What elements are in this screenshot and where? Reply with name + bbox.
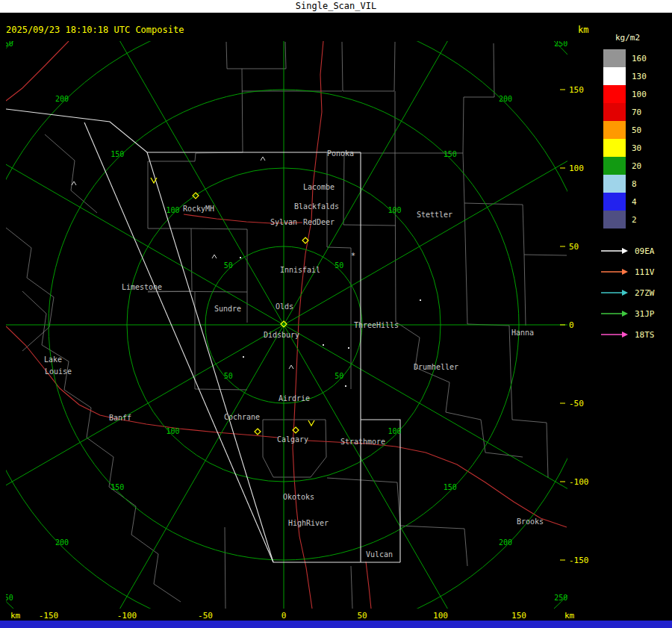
- right-axis-label: 50: [569, 242, 579, 252]
- city-label: RockyMH: [183, 205, 214, 213]
- scale-entry: 50: [597, 121, 672, 139]
- point-marker-caret: [212, 255, 217, 258]
- radar-arrow-icon: [600, 247, 629, 255]
- city-label: Stettler: [417, 211, 452, 219]
- radar-legend-entry: 111V: [600, 261, 672, 282]
- scale-value: 4: [632, 197, 637, 207]
- city-label: ThreeHills: [354, 321, 399, 329]
- county-boundary: [226, 42, 286, 69]
- range-label: 100: [166, 427, 179, 435]
- point-marker-dot: [420, 299, 421, 301]
- county-boundary: [225, 527, 225, 609]
- scale-color-swatch: [603, 175, 626, 193]
- bottom-axis-label: 0: [281, 611, 287, 621]
- point-marker-dot: [240, 257, 241, 258]
- bottom-axis-label: -150: [39, 611, 59, 621]
- highway-line: [6, 41, 69, 101]
- right-axis-label: -50: [569, 399, 584, 408]
- point-marker-dot: [323, 344, 324, 346]
- range-label: 200: [55, 95, 69, 103]
- bottom-axis-label: -100: [117, 611, 137, 621]
- radar-legend-entry: 18TS: [600, 324, 672, 345]
- azimuth-line: [0, 325, 284, 529]
- radar-legend-entry: 31JP: [600, 303, 672, 324]
- range-label: 200: [499, 95, 512, 103]
- storm-vector-icon: [308, 420, 314, 426]
- scale-value: 50: [632, 125, 641, 135]
- county-boundary: [6, 228, 54, 351]
- radar-arrow-icon: [600, 310, 629, 317]
- azimuth-line: [284, 325, 636, 529]
- county-boundary: [463, 153, 567, 255]
- radar-id-label: 09EA: [635, 246, 655, 256]
- radar-arrow-icon: [600, 268, 629, 276]
- range-label: 50: [335, 261, 343, 270]
- city-label: Olds: [276, 302, 293, 311]
- range-label: 150: [111, 150, 124, 158]
- county-boundary: [45, 134, 97, 213]
- scale-value: 70: [632, 108, 641, 117]
- scale-color-swatch: [603, 85, 626, 103]
- range-label: 200: [55, 538, 69, 547]
- city-label: Banff: [109, 414, 131, 422]
- range-label: 150: [444, 483, 457, 491]
- radar-map[interactable]: 5010015020025050100150200250501001502002…: [0, 0, 672, 628]
- range-label: 250: [554, 40, 567, 48]
- range-label: 150: [444, 150, 457, 158]
- range-label: 50: [224, 261, 233, 270]
- scale-color-swatch: [603, 211, 626, 228]
- highway-line: [308, 441, 567, 527]
- radar-list: 09EA111V27ZW31JP18TS: [597, 240, 672, 345]
- city-label: Calgary: [277, 435, 308, 444]
- range-label: 250: [0, 40, 13, 48]
- right-axis-label: -150: [569, 556, 589, 565]
- scale-units-label: kg/m2: [615, 33, 672, 43]
- county-boundary: [342, 42, 395, 91]
- county-boundary: [148, 69, 243, 161]
- scale-color-swatch: [603, 193, 626, 211]
- radar-id-label: 18TS: [635, 330, 655, 340]
- city-label: Brooks: [517, 517, 544, 526]
- city-label: Airdrie: [279, 394, 310, 402]
- scale-value: 100: [632, 90, 647, 99]
- scale-entry: 30: [597, 139, 672, 157]
- bottom-axis-label: 50: [357, 611, 367, 621]
- city-label: Sylvan: [270, 218, 297, 226]
- range-label: 100: [166, 206, 179, 214]
- scale-color-swatch: [603, 67, 626, 85]
- city-label: Cochrane: [224, 413, 260, 421]
- city-label: Ponoka: [327, 149, 354, 158]
- city-label: Limestone: [122, 283, 162, 291]
- range-label: 250: [0, 594, 13, 602]
- city-label: Vulcan: [366, 550, 393, 559]
- city-label: Blackfalds: [294, 202, 339, 211]
- point-marker-caret: [72, 181, 76, 185]
- scale-color-swatch: [603, 121, 626, 139]
- right-axis-label: 0: [569, 320, 574, 330]
- range-label: 50: [335, 372, 343, 380]
- range-label: 100: [388, 206, 401, 214]
- bottom-bar: [0, 621, 672, 628]
- city-label: Hanna: [511, 329, 534, 337]
- city-label: Louise: [45, 367, 72, 376]
- radar-arrow-icon: [600, 331, 629, 338]
- scan-boundary: [6, 109, 361, 152]
- county-boundary: [343, 91, 395, 225]
- scale-entry: 8: [597, 175, 672, 193]
- city-label: Innisfail: [280, 266, 320, 274]
- scale-value: 130: [632, 72, 647, 81]
- point-marker-dot: [345, 385, 346, 387]
- azimuth-line: [284, 0, 488, 325]
- range-label: 200: [499, 538, 512, 547]
- point-marker-caret: [261, 157, 265, 161]
- radar-id-label: 31JP: [635, 309, 655, 319]
- county-boundary: [395, 43, 494, 153]
- county-boundary: [395, 153, 396, 322]
- bottom-axis-unit-right: km: [564, 611, 575, 621]
- point-marker-caret: [289, 365, 293, 369]
- radar-legend-entry: 27ZW: [600, 282, 672, 303]
- scale-color-swatch: [603, 157, 626, 175]
- scale-value: 8: [632, 179, 637, 189]
- radar-arrow-icon: [600, 289, 629, 296]
- city-label: Lake: [44, 355, 62, 364]
